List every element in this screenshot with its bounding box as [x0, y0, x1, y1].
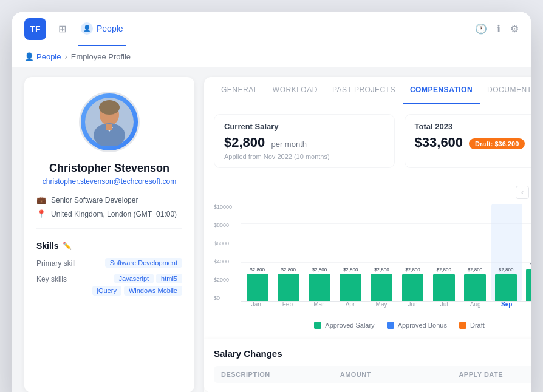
skills-section: Skills ✏️ Primary skill Software Develop…	[36, 241, 182, 296]
people-icon: 👤	[81, 22, 93, 35]
primary-skill-tags: Software Development	[105, 258, 182, 268]
legend-dot-blue	[387, 322, 394, 329]
current-salary-title: Current Salary	[224, 122, 384, 131]
key-skills-tags: Javascript html5 jQuery Windows Mobile	[85, 274, 182, 296]
people-breadcrumb-icon: 👤	[24, 52, 34, 61]
tab-compensation[interactable]: COMPENSATION	[403, 77, 480, 104]
bar-may	[371, 274, 392, 301]
legend-approved-salary: Approved Salary	[314, 322, 374, 329]
meta-location: 📍 United Kingdom, London (GMT+01:00)	[36, 209, 182, 218]
skill-tag-js: Javascript	[114, 274, 154, 283]
nav-item-people[interactable]: 👤 People	[78, 12, 126, 46]
draft-badge: Draft: $36,200	[469, 138, 525, 149]
breadcrumb-separator: ›	[64, 52, 67, 61]
avatar-container	[36, 92, 182, 152]
tabs-container: GENERAL WORKLOAD PAST PROJECTS COMPENSAT…	[204, 77, 531, 392]
svg-point-3	[99, 100, 120, 115]
total-salary-row: $33,600 Draft: $36,200	[415, 135, 531, 153]
profile-card: Christopher Stevenson christopher.steven…	[24, 77, 194, 392]
skill-tag-windows: Windows Mobile	[124, 286, 182, 296]
bar-group-sep: $2,800	[491, 204, 522, 301]
top-nav: TF ⊞ 👤 People 🕐 ℹ ⚙	[12, 12, 531, 46]
bar-feb	[278, 274, 299, 301]
primary-skill-row: Primary skill Software Development	[36, 258, 182, 268]
app-window: TF ⊞ 👤 People 🕐 ℹ ⚙ 👤 People › Employee …	[12, 12, 531, 392]
bar-group-feb: $2,800	[273, 204, 304, 301]
key-skills-row: Key skills Javascript html5 jQuery Windo…	[36, 274, 182, 296]
month-labels: Jan Feb Mar Apr May Jun Jul Aug Sep Oct …	[241, 301, 531, 313]
meta-role: 💼 Senior Software Developer	[36, 195, 182, 204]
edit-skills-icon[interactable]: ✏️	[63, 242, 72, 250]
bar-apr	[340, 274, 361, 301]
chart-container: $10000 $8000 $6000 $4000 $2000 $0	[214, 204, 531, 313]
breadcrumb: 👤 People › Employee Profile	[12, 46, 531, 67]
tab-workload[interactable]: WORKLOAD	[265, 77, 325, 104]
bar-group-jan: $2,800	[242, 204, 273, 301]
total-salary-amount: $33,600	[415, 135, 463, 150]
legend-dot-orange	[459, 322, 466, 329]
info-icon[interactable]: ℹ	[497, 23, 500, 35]
tab-past-projects[interactable]: PAST PROJECTS	[325, 77, 403, 104]
bar-group-may: $2,800	[366, 204, 397, 301]
bar-jul	[433, 274, 455, 301]
bar-group-mar: $2,800	[304, 204, 335, 301]
salary-changes-section: Salary Changes DESCRIPTION AMOUNT APPLY …	[204, 339, 531, 392]
chart-legend: Approved Salary Approved Bonus Draft	[214, 317, 531, 329]
th-amount: AMOUNT	[340, 371, 459, 378]
total-salary-card: Total 2023 $33,600 Draft: $36,200	[405, 114, 531, 168]
bar-aug	[464, 274, 486, 301]
chart-section: ‹ Jan 2023 – Dec $10000 $8000 $6000 $400…	[204, 178, 531, 339]
skills-header: Skills ✏️	[36, 241, 182, 251]
nav-right-icons: 🕐 ℹ ⚙	[475, 23, 519, 35]
bar-sep	[495, 274, 517, 301]
right-panel: GENERAL WORKLOAD PAST PROJECTS COMPENSAT…	[204, 77, 531, 392]
total-salary-title: Total 2023	[415, 122, 531, 131]
y-axis: $10000 $8000 $6000 $4000 $2000 $0	[214, 204, 241, 301]
app-logo[interactable]: TF	[24, 18, 46, 40]
salary-changes-table-header: DESCRIPTION AMOUNT APPLY DATE	[214, 366, 531, 383]
bar-group-aug: $2,800	[459, 204, 490, 301]
profile-name: Christopher Stevenson	[36, 162, 182, 175]
chart-prev-btn[interactable]: ‹	[516, 186, 529, 199]
role-icon: 💼	[36, 195, 46, 204]
bar-group-jul: $2,800	[428, 204, 459, 301]
salary-section: Current Salary $2,800 per month Applied …	[204, 104, 531, 178]
bar-group-jun: $2,800	[397, 204, 428, 301]
location-icon: 📍	[36, 209, 46, 218]
bar-group-apr: $2,800	[335, 204, 366, 301]
profile-meta: 💼 Senior Software Developer 📍 United Kin…	[36, 195, 182, 229]
bar-jan	[247, 274, 268, 301]
main-content: Christopher Stevenson christopher.steven…	[12, 67, 531, 392]
legend-approved-bonus: Approved Bonus	[387, 322, 447, 329]
tab-general[interactable]: GENERAL	[214, 77, 265, 104]
bar-group-oct: $3,300	[522, 204, 531, 301]
current-salary-amount: $2,800 per month	[224, 135, 384, 150]
profile-email[interactable]: christopher.stevenson@techcoresoft.com	[36, 177, 182, 186]
bars-area: $2,800 $2,800 $2,800	[241, 204, 531, 301]
settings-icon[interactable]: ⚙	[510, 23, 519, 35]
breadcrumb-people-link[interactable]: 👤 People	[24, 52, 61, 61]
legend-draft: Draft	[459, 322, 485, 329]
skill-tag-html5: html5	[156, 274, 182, 283]
bar-jun	[402, 274, 424, 301]
chart-nav: ‹ Jan 2023 – Dec	[214, 186, 531, 199]
bar-oct	[526, 269, 531, 301]
avatar	[79, 92, 140, 152]
tabs: GENERAL WORKLOAD PAST PROJECTS COMPENSAT…	[204, 77, 531, 104]
skill-tag-jquery: jQuery	[92, 286, 121, 296]
th-apply-date: APPLY DATE	[459, 371, 531, 378]
primary-skill-tag: Software Development	[105, 258, 182, 268]
tab-documents[interactable]: DOCUMENTS	[480, 77, 531, 104]
svg-rect-6	[106, 124, 112, 130]
current-salary-note: Applied from Nov 2022 (10 months)	[224, 153, 384, 160]
bar-mar	[309, 274, 330, 301]
salary-changes-title: Salary Changes	[214, 348, 531, 359]
th-description: DESCRIPTION	[221, 371, 340, 378]
legend-dot-green	[314, 322, 321, 329]
clock-icon[interactable]: 🕐	[475, 23, 487, 35]
grid-icon[interactable]: ⊞	[58, 23, 66, 35]
current-salary-card: Current Salary $2,800 per month Applied …	[214, 114, 395, 168]
